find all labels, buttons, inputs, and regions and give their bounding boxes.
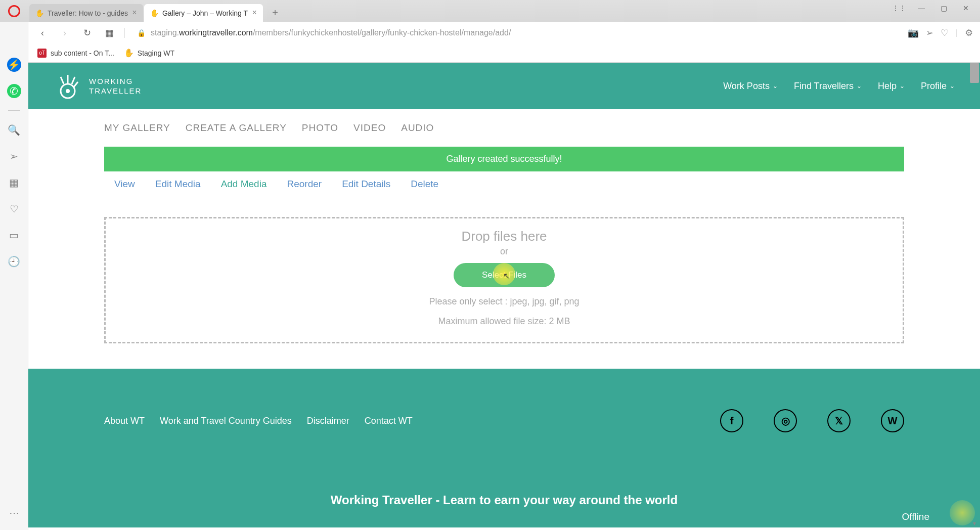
minimize-button[interactable]: — [911,0,931,16]
whatsapp-icon[interactable]: ✆ [7,84,21,98]
back-button[interactable]: ‹ [35,26,50,40]
tab-strip: ✋ Traveller: How to - guides × ✋ Gallery… [0,0,980,22]
footer-disclaimer[interactable]: Disclaimer [307,416,349,426]
site-footer: About WT Work and Travel Country Guides … [28,369,980,527]
subnav-audio[interactable]: AUDIO [401,122,434,134]
sub-nav: MY GALLERY CREATE A GALLERY PHOTO VIDEO … [28,109,980,147]
tab-view[interactable]: View [114,179,135,190]
new-tab-button[interactable]: + [267,5,283,21]
svg-line-4 [72,77,75,84]
site-header: WORKING TRAVELLER Work Posts⌄ Find Trave… [28,63,980,109]
site-logo[interactable]: WORKING TRAVELLER [54,72,142,100]
subnav-my-gallery[interactable]: MY GALLERY [104,122,170,134]
tab-title: Gallery – John – Working T [162,9,248,17]
dropzone-or: or [106,246,903,257]
browser-tab-active[interactable]: ✋ Gallery – John – Working T × [144,4,263,22]
twitter-icon[interactable]: 𝕏 [827,409,851,432]
svg-line-3 [61,77,64,84]
file-size-hint: Maximum allowed file size: 2 MB [106,316,903,327]
tab-edit-details[interactable]: Edit Details [342,179,390,190]
footer-contact[interactable]: Contact WT [365,416,413,426]
footer-guides[interactable]: Work and Travel Country Guides [160,416,292,426]
window-controls: ⋮⋮ — ▢ ✕ [889,0,976,16]
logo-text-2: TRAVELLER [89,86,142,96]
svg-line-5 [74,82,78,87]
dropzone-title: Drop files here [106,229,903,244]
logo-text-1: WORKING [89,76,142,86]
nav-find-travellers[interactable]: Find Travellers⌄ [794,81,862,92]
easy-setup-icon[interactable]: ⋮⋮ [889,0,909,16]
select-files-button[interactable]: Select Files ↖ [454,263,555,287]
url-text: staging.workingtraveller.com/members/fun… [151,28,511,37]
chevron-down-icon: ⌄ [950,82,955,90]
nav-work-posts[interactable]: Work Posts⌄ [723,81,778,92]
tab-close-icon[interactable]: × [131,9,138,16]
speed-dial-sidebar-icon[interactable]: ▦ [7,175,21,190]
bookmark-label: Staging WT [138,49,174,57]
search-icon[interactable]: 🔍 [7,123,21,137]
nav-profile[interactable]: Profile⌄ [921,81,955,92]
vk-icon[interactable]: W [881,409,904,432]
speed-dial-icon[interactable]: ▦ [102,26,116,40]
chat-offline-widget[interactable]: Offline [902,511,929,522]
nav-help[interactable]: Help⌄ [878,81,905,92]
reload-button[interactable]: ↻ [80,26,94,40]
chevron-down-icon: ⌄ [900,82,905,90]
file-type-hint: Please only select : jpeg, jpg, gif, png [106,296,903,307]
tab-close-icon[interactable]: × [251,9,258,16]
scrollbar-thumb[interactable] [970,63,979,83]
logo-icon [54,72,82,100]
subnav-photo[interactable]: PHOTO [302,122,338,134]
news-icon[interactable]: ▭ [7,228,21,242]
heart-icon[interactable]: ♡ [941,27,949,38]
bookmark-label: sub content - On T... [51,49,114,57]
address-bar[interactable]: 🔒 staging.workingtraveller.com/members/f… [133,25,900,40]
tab-reorder[interactable]: Reorder [287,179,322,190]
history-icon[interactable]: 🕘 [7,254,21,269]
file-dropzone[interactable]: Drop files here or Select Files ↖ Please… [104,217,904,343]
maximize-button[interactable]: ▢ [933,0,954,16]
footer-tagline: Working Traveller - Learn to earn your w… [104,493,904,507]
forward-button[interactable]: › [58,26,72,40]
tab-edit-media[interactable]: Edit Media [155,179,201,190]
tab-delete[interactable]: Delete [411,179,438,190]
tab-add-media[interactable]: Add Media [221,179,267,190]
lock-icon: 🔒 [137,29,146,37]
facebook-icon[interactable]: f [720,409,743,432]
flow-icon[interactable]: ➢ [7,149,21,163]
bookmark-item[interactable]: ✋ Staging WT [124,49,174,58]
chevron-down-icon: ⌄ [773,82,778,90]
footer-about[interactable]: About WT [104,416,145,426]
main-nav: Work Posts⌄ Find Travellers⌄ Help⌄ Profi… [723,81,955,92]
tab-title: Traveller: How to - guides [48,9,128,17]
bookmark-favicon-icon: ✋ [124,49,133,58]
footer-links: About WT Work and Travel Country Guides … [104,416,413,426]
close-window-button[interactable]: ✕ [956,0,976,16]
messenger-icon[interactable]: ⚡ [7,58,21,72]
snapshot-icon[interactable]: 📷 [908,27,919,38]
more-icon[interactable]: ⋯ [7,506,21,520]
success-alert: Gallery created successfully! [104,147,904,171]
chevron-down-icon: ⌄ [857,82,862,90]
opera-sidebar: ⚡ ✆ 🔍 ➢ ▦ ♡ ▭ 🕘 ⋯ [0,22,28,530]
browser-chrome: ✋ Traveller: How to - guides × ✋ Gallery… [0,0,980,63]
svg-point-1 [66,89,70,93]
opera-logo[interactable] [8,5,20,17]
bookmark-item[interactable]: oT sub content - On T... [37,49,114,58]
heart-sidebar-icon[interactable]: ♡ [7,202,21,216]
tab-favicon-icon: ✋ [150,9,158,17]
url-bar: ‹ › ↻ ▦ 🔒 staging.workingtraveller.com/m… [0,22,980,43]
subnav-create-gallery[interactable]: CREATE A GALLERY [186,122,287,134]
tab-favicon-icon: ✋ [35,9,43,17]
page-content: WORKING TRAVELLER Work Posts⌄ Find Trave… [28,63,980,530]
bookmark-favicon-icon: oT [37,49,47,58]
instagram-icon[interactable]: ◎ [774,409,797,432]
browser-tab[interactable]: ✋ Traveller: How to - guides × [29,4,143,22]
social-icons: f ◎ 𝕏 W [720,409,904,432]
bookmarks-bar: oT sub content - On T... ✋ Staging WT [0,43,980,63]
scrollbar-down-icon[interactable]: ▾ [970,519,979,528]
cursor-icon: ↖ [503,271,510,281]
send-icon[interactable]: ➢ [926,27,933,38]
settings-icon[interactable]: ⚙ [965,27,973,38]
subnav-video[interactable]: VIDEO [353,122,386,134]
